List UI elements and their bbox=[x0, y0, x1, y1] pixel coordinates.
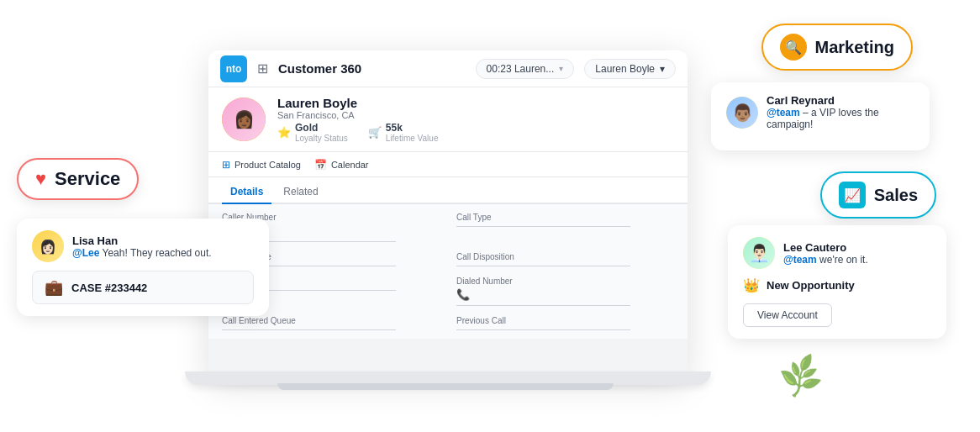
laptop-foot bbox=[277, 383, 614, 390]
search-icon: 🔍 bbox=[780, 34, 807, 61]
avatar: 👩🏾 bbox=[222, 97, 266, 141]
service-label: Service bbox=[55, 168, 120, 190]
marketing-bubble: 🔍 Marketing bbox=[761, 24, 913, 71]
call-pill[interactable]: 00:23 Lauren... ▾ bbox=[476, 59, 575, 79]
chat-mention: @team bbox=[783, 254, 817, 266]
field-line bbox=[456, 305, 630, 306]
chat-person-name: Lisa Han bbox=[72, 234, 212, 247]
service-bubble: ♥ Service bbox=[17, 158, 139, 200]
phone-icon: 📞 bbox=[456, 288, 674, 301]
chat-message: @team – a VIP loves the campaign! bbox=[767, 107, 914, 130]
crm-nav: Details Related bbox=[208, 177, 688, 204]
catalog-icon: ⊞ bbox=[222, 159, 230, 171]
view-account-button[interactable]: View Account bbox=[743, 303, 832, 327]
marketing-label: Marketing bbox=[815, 38, 894, 57]
cart-icon: 🛒 bbox=[368, 126, 382, 139]
product-catalog-item[interactable]: ⊞ Product Catalog bbox=[222, 159, 301, 171]
user-pill-text: Lauren Boyle bbox=[595, 63, 655, 75]
field-line bbox=[456, 329, 630, 330]
lifetime-badge: 🛒 55k Lifetime Value bbox=[368, 122, 439, 143]
avatar: 👨🏻‍💼 bbox=[743, 237, 775, 269]
crm-logo: nto bbox=[220, 55, 247, 82]
chat-header: 👨🏻‍💼 Lee Cautero @team we're on it. bbox=[743, 237, 931, 269]
avatar-image: 👩🏾 bbox=[222, 97, 266, 141]
form-field-call-type: Call Type bbox=[456, 213, 674, 242]
chat-info: Lee Cautero @team we're on it. bbox=[783, 241, 868, 266]
sales-bubble: 📈 Sales bbox=[820, 171, 936, 219]
quick-bar: ⊞ Product Catalog 📅 Calendar bbox=[208, 152, 688, 177]
crm-topbar: nto ⊞ Customer 360 00:23 Lauren... ▾ Lau… bbox=[208, 50, 688, 87]
service-chat-card: 👩🏻 Lisa Han @Lee Yeah! They reached out.… bbox=[17, 219, 269, 316]
field-label: Previous Call bbox=[456, 316, 674, 325]
sales-label: Sales bbox=[874, 186, 918, 205]
avatar: 👩🏻 bbox=[32, 230, 64, 262]
avatar-image: 👨🏽 bbox=[726, 97, 758, 129]
marketing-chat-card: 👨🏽 Carl Reynard @team – a VIP loves the … bbox=[711, 82, 930, 150]
field-line bbox=[456, 266, 630, 266]
profile-badges: ⭐ Gold Loyalty Status 🛒 55k Lifetime Val… bbox=[277, 122, 438, 143]
tab-details[interactable]: Details bbox=[222, 181, 271, 204]
chart-icon: 📈 bbox=[839, 182, 866, 208]
form-field-call-entered-queue: Call Entered Queue bbox=[222, 316, 440, 330]
loyalty-label: Loyalty Status bbox=[295, 134, 348, 143]
lifetime-label: Lifetime Value bbox=[386, 134, 439, 143]
loyalty-badge: ⭐ Gold Loyalty Status bbox=[277, 122, 348, 143]
calendar-item[interactable]: 📅 Calendar bbox=[314, 159, 369, 171]
briefcase-icon: 💼 bbox=[45, 278, 63, 297]
chat-info: Lisa Han @Lee Yeah! They reached out. bbox=[72, 234, 212, 259]
form-field-call-disposition: Call Disposition bbox=[456, 252, 674, 266]
profile-bar: 👩🏾 Lauren Boyle San Francisco, CA ⭐ Gold… bbox=[208, 87, 688, 152]
crown-icon: 👑 bbox=[743, 277, 760, 293]
sales-chat-card: 👨🏻‍💼 Lee Cautero @team we're on it. 👑 Ne… bbox=[728, 225, 946, 339]
chat-mention: @team bbox=[767, 107, 800, 119]
calendar-label: Calendar bbox=[331, 160, 369, 170]
star-icon: ⭐ bbox=[277, 126, 291, 139]
avatar-image: 👩🏻 bbox=[32, 230, 64, 262]
loyalty-value: Gold bbox=[295, 122, 348, 134]
field-label: Dialed Number bbox=[456, 277, 674, 286]
chat-text: Yeah! They reached out. bbox=[103, 247, 212, 259]
chat-text: we're on it. bbox=[819, 254, 868, 266]
opportunity-row: 👑 New Opportunity bbox=[743, 277, 931, 293]
tab-related[interactable]: Related bbox=[275, 181, 326, 204]
case-badge: 💼 CASE #233442 bbox=[32, 271, 254, 304]
chevron-down-icon: ▾ bbox=[660, 63, 665, 75]
field-label: Call Type bbox=[456, 213, 674, 222]
field-line bbox=[222, 329, 396, 330]
calendar-icon: 📅 bbox=[314, 159, 327, 171]
grid-icon: ⊞ bbox=[257, 61, 268, 76]
catalog-label: Product Catalog bbox=[234, 160, 301, 170]
form-field-previous-call: Previous Call bbox=[456, 316, 674, 330]
field-label: Call Disposition bbox=[456, 252, 674, 261]
opportunity-label: New Opportunity bbox=[767, 279, 855, 292]
profile-name: Lauren Boyle bbox=[277, 96, 438, 110]
chevron-down-icon: ▾ bbox=[559, 64, 563, 73]
chat-person-name: Carl Reynard bbox=[767, 94, 914, 107]
heart-icon: ♥ bbox=[35, 168, 46, 190]
avatar-image: 👨🏻‍💼 bbox=[743, 237, 775, 269]
field-label: Call Entered Queue bbox=[222, 316, 440, 325]
chat-mention: @Lee bbox=[72, 247, 99, 259]
chat-person-name: Lee Cautero bbox=[783, 241, 868, 254]
chat-header: 👩🏻 Lisa Han @Lee Yeah! They reached out. bbox=[32, 230, 254, 262]
page-title: Customer 360 bbox=[278, 61, 466, 76]
profile-info: Lauren Boyle San Francisco, CA ⭐ Gold Lo… bbox=[277, 96, 438, 143]
user-pill[interactable]: Lauren Boyle ▾ bbox=[584, 59, 676, 79]
profile-location: San Francisco, CA bbox=[277, 110, 438, 120]
chat-message: @team we're on it. bbox=[783, 254, 868, 266]
field-line bbox=[456, 226, 630, 227]
lifetime-value: 55k bbox=[386, 122, 439, 134]
case-label: CASE #233442 bbox=[71, 282, 147, 294]
logo-text: nto bbox=[226, 63, 242, 75]
chat-message: @Lee Yeah! They reached out. bbox=[72, 247, 212, 259]
laptop-screen: nto ⊞ Customer 360 00:23 Lauren... ▾ Lau… bbox=[208, 50, 688, 378]
avatar: 👨🏽 bbox=[726, 97, 758, 129]
call-pill-text: 00:23 Lauren... bbox=[487, 63, 555, 75]
form-field-dialed-number: Dialed Number 📞 bbox=[456, 277, 674, 306]
chat-info: Carl Reynard @team – a VIP loves the cam… bbox=[767, 94, 914, 130]
crm-form: Caller Number 📞 Call Type Owner Name Cal… bbox=[208, 204, 688, 339]
leaf-decoration: 🌿 bbox=[776, 352, 825, 400]
chat-header: 👨🏽 Carl Reynard @team – a VIP loves the … bbox=[726, 94, 914, 130]
